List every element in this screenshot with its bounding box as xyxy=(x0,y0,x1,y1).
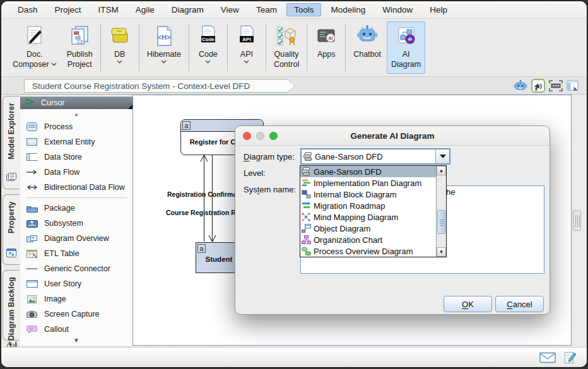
app-window: Dash Project ITSM Agile Diagram View Tea… xyxy=(1,1,587,367)
generic-connector-icon xyxy=(26,267,38,270)
compose-note-icon[interactable] xyxy=(564,351,577,366)
menu-project[interactable]: Project xyxy=(47,3,89,16)
textarea-text: he xyxy=(446,187,455,197)
menu-diagram[interactable]: Diagram xyxy=(164,3,211,16)
palette-item-image[interactable]: Image xyxy=(20,291,132,307)
zoom-button[interactable] xyxy=(269,132,278,140)
dropdown-option-object-diagram[interactable]: Object Diagram xyxy=(300,223,436,234)
chatbot-mini-icon[interactable] xyxy=(514,79,527,95)
scrollbar-thumb[interactable] xyxy=(437,210,445,234)
panel-layout-icon[interactable] xyxy=(567,79,579,95)
menu-help[interactable]: Help xyxy=(422,3,455,16)
dropdown-scrollbar[interactable]: ▲ ▼ xyxy=(436,166,446,257)
menu-window[interactable]: Window xyxy=(375,3,420,16)
panel-splitter-grip[interactable] xyxy=(573,210,581,231)
dropdown-option-implementation-plan[interactable]: Implementation Plan Diagram xyxy=(300,177,436,189)
diagram-type-combobox[interactable]: Gane-Sarson DFD xyxy=(300,148,450,165)
palette-cursor-tool[interactable]: Cursor xyxy=(20,97,132,109)
palette-item-screen-capture[interactable]: Screen Capture xyxy=(20,307,132,322)
publish-project-button[interactable]: PublishProject xyxy=(62,21,97,74)
doc-composer-button[interactable]: Doc.Composer xyxy=(8,21,61,74)
scroll-down-button[interactable]: ▼ xyxy=(437,247,446,257)
combobox-dropdown-button[interactable] xyxy=(435,149,449,163)
gane-sarson-dfd-icon xyxy=(302,167,311,176)
dropdown-option-gane-sarson-dfd[interactable]: Gane-Sarson DFD xyxy=(300,166,436,177)
ribbon-separator xyxy=(266,24,266,71)
menu-dash[interactable]: Dash xyxy=(10,3,45,16)
menu-agile[interactable]: Agile xyxy=(128,3,162,16)
palette-item-subsystem[interactable]: Subsystem xyxy=(20,216,132,231)
chevron-down-icon xyxy=(161,60,167,64)
palette-item-user-story[interactable]: User Story xyxy=(20,276,132,291)
palette-item-generic-connector[interactable]: Generic Connector xyxy=(20,261,132,276)
api-button[interactable]: API API xyxy=(231,21,262,74)
combobox-value: Gane-Sarson DFD xyxy=(315,152,383,161)
chatbot-button[interactable]: Chatbot xyxy=(349,21,385,74)
menu-itsm[interactable]: ITSM xyxy=(91,3,126,16)
doc-composer-icon xyxy=(23,23,46,49)
dropdown-option-process-overview[interactable]: Process Overview Diagram xyxy=(300,245,436,257)
app-screen: Dash Project ITSM Agile Diagram View Tea… xyxy=(0,0,588,369)
entity-id: a xyxy=(197,244,206,253)
svg-text:<H>: <H> xyxy=(157,33,170,41)
callout-icon xyxy=(26,325,38,334)
level-label: Level: xyxy=(244,168,266,178)
menu-tools[interactable]: Tools xyxy=(286,3,322,16)
menu-team[interactable]: Team xyxy=(249,3,285,16)
hibernate-button[interactable]: <H> Hibernate xyxy=(143,21,185,74)
minimize-button[interactable] xyxy=(256,132,264,140)
palette-item-package[interactable]: Package xyxy=(20,201,132,216)
object-diagram-icon xyxy=(302,224,311,233)
palette-item-callout[interactable]: Callout xyxy=(20,322,132,337)
db-button[interactable]: DB xyxy=(104,21,136,74)
palette-scroll-down-arrow[interactable]: ▼ xyxy=(20,337,132,344)
tab-diagram-backlog[interactable]: Diagram Backlog xyxy=(3,270,20,341)
ribbon-separator xyxy=(139,24,139,71)
frame-selection-icon[interactable] xyxy=(549,80,563,94)
palette-item-data-flow[interactable]: Data Flow xyxy=(20,165,132,180)
mail-icon[interactable] xyxy=(539,352,556,366)
dropdown-option-internal-block[interactable]: Internal Block Diagram xyxy=(300,189,436,200)
diagram-title: Student Course Registration System - Con… xyxy=(32,81,250,91)
dropdown-option-migration-roadmap[interactable]: Migration Roadmap xyxy=(300,200,436,211)
palette-item-data-store[interactable]: Data Store xyxy=(20,149,132,165)
svg-text:API: API xyxy=(242,37,250,42)
chevron-down-icon xyxy=(244,60,249,64)
palette-collapse-arrow[interactable]: ▲ xyxy=(20,111,132,117)
generate-ai-diagram-dialog: Generate AI Diagram Diagram type: Level:… xyxy=(235,126,550,315)
announcement-icon[interactable] xyxy=(531,79,545,95)
apps-button[interactable]: AI Apps xyxy=(310,21,342,74)
ai-diagram-button[interactable]: AIDiagram xyxy=(387,21,425,74)
close-button[interactable] xyxy=(243,132,251,140)
external-entity-icon xyxy=(26,138,38,146)
hibernate-icon: <H> xyxy=(153,23,175,49)
palette-item-diagram-overview[interactable]: Diagram Overview xyxy=(20,231,132,246)
menu-modeling[interactable]: Modeling xyxy=(323,3,373,16)
ribbon-separator xyxy=(189,24,189,71)
dropdown-option-organization-chart[interactable]: Organization Chart xyxy=(300,234,436,245)
chatbot-icon xyxy=(356,23,379,49)
tab-property[interactable]: Property xyxy=(3,194,20,265)
palette-item-etl-table[interactable]: ETL Table xyxy=(20,246,132,261)
cancel-button[interactable]: Cancel xyxy=(495,296,544,312)
svg-text:AI: AI xyxy=(329,36,333,40)
code-button[interactable]: Code Code xyxy=(192,21,224,74)
data-flow-icon xyxy=(26,170,38,175)
palette-item-external-entity[interactable]: External Entity xyxy=(20,134,132,149)
tab-model-explorer[interactable]: Model Explorer xyxy=(3,96,20,189)
publish-project-icon xyxy=(68,23,91,49)
quality-control-button[interactable]: QualityControl xyxy=(269,21,303,74)
svg-text:Code: Code xyxy=(202,37,215,42)
palette-item-process[interactable]: Process xyxy=(20,119,132,134)
model-explorer-icon xyxy=(6,172,17,185)
dropdown-option-mind-mapping[interactable]: Mind Mapping Diagram xyxy=(300,211,436,223)
breadcrumb[interactable]: Student Course Registration System - Con… xyxy=(24,79,295,93)
scroll-up-button[interactable]: ▲ xyxy=(437,166,446,175)
dialog-title-bar[interactable]: Generate AI Diagram xyxy=(235,126,550,146)
ok-button[interactable]: OK xyxy=(444,296,492,312)
chevron-down-icon xyxy=(51,62,57,66)
bidirectional-data-flow-icon xyxy=(26,185,38,190)
menu-view[interactable]: View xyxy=(213,3,247,16)
process-id: a xyxy=(182,121,191,130)
palette-item-bidirectional-data-flow[interactable]: Bidirectional Data Flow xyxy=(20,180,132,195)
